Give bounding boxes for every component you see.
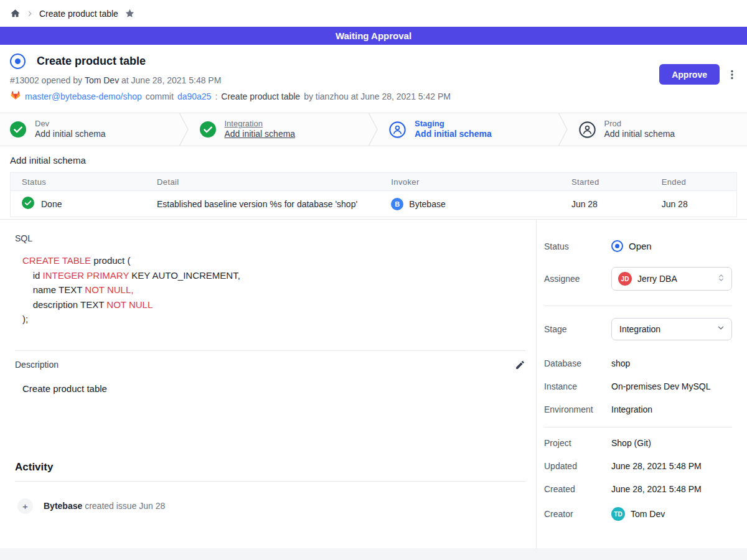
creator-label: Creator <box>544 509 611 519</box>
activity-title: Activity <box>15 461 525 474</box>
creator-avatar: TD <box>611 507 625 521</box>
issue-open-time: at June 28, 2021 5:48 PM <box>121 75 221 85</box>
description-content: Create product table <box>22 383 525 394</box>
assignee-value: Jerry DBA <box>637 274 712 284</box>
stage-separator <box>368 113 379 146</box>
divider <box>544 306 732 306</box>
column-started: Started <box>571 173 662 191</box>
project-value: Shop (Git) <box>611 438 651 448</box>
commit-message: Create product table <box>221 91 300 101</box>
stage-select[interactable]: Integration <box>611 318 732 340</box>
issue-title: Create product table <box>37 55 146 68</box>
creator-value: Tom Dev <box>631 509 665 519</box>
stage-pending-approval-icon <box>389 121 406 138</box>
issue-sidebar: Status Open Assignee JD Jerry DBA Stage … <box>537 220 747 548</box>
breadcrumb: Create product table <box>0 0 747 27</box>
instance-value: On-premises Dev MySQL <box>611 381 710 391</box>
task-section-title: Add initial schema <box>10 155 737 166</box>
task-done-icon <box>22 197 34 211</box>
stage-task-label: Add initial schema <box>604 129 675 140</box>
status-banner: Waiting Approval <box>0 27 747 45</box>
issue-author: Tom Dev <box>85 75 119 85</box>
sidebar-environment-row: Environment Integration <box>544 404 732 414</box>
task-row[interactable]: Done Established baseline version %s for… <box>11 191 737 217</box>
sql-code-block: CREATE TABLE product ( id INTEGER PRIMAR… <box>22 253 525 327</box>
divider <box>15 350 525 351</box>
edit-pencil-icon[interactable] <box>515 360 525 370</box>
commit-line: master@bytebase-demo/shop commit da90a25… <box>10 90 737 103</box>
stage-done-icon <box>200 121 216 138</box>
task-table: Status Detail Invoker Started Ended Done… <box>10 172 737 217</box>
stage-separator <box>558 113 569 146</box>
created-value: June 28, 2021 5:48 PM <box>611 484 702 494</box>
task-table-header: Status Detail Invoker Started Ended <box>11 173 737 191</box>
column-invoker: Invoker <box>391 173 571 191</box>
more-menu-icon[interactable] <box>727 69 737 80</box>
favorite-star-icon[interactable] <box>125 8 135 19</box>
stage-done-icon <box>10 121 26 138</box>
pipeline-stage-integration[interactable]: Integration Add initial schema <box>190 113 369 146</box>
issue-open-icon <box>10 54 26 69</box>
column-status: Status <box>11 173 157 191</box>
sql-label: SQL <box>15 233 525 243</box>
commit-hash-link[interactable]: da90a25 <box>177 91 212 101</box>
updated-label: Updated <box>544 461 611 471</box>
issue-body: SQL CREATE TABLE product ( id INTEGER PR… <box>0 220 537 548</box>
sidebar-instance-row: Instance On-premises Dev MySQL <box>544 381 732 391</box>
colon: : <box>215 91 217 101</box>
stage-label: Stage <box>544 324 611 334</box>
pipeline-stage-prod[interactable]: Prod Add initial schema <box>569 113 747 146</box>
sidebar-stage-row: Stage Integration <box>544 318 732 340</box>
sidebar-database-row: Database shop <box>544 358 732 368</box>
stage-task-link[interactable]: Add initial schema <box>225 129 296 140</box>
bytebase-avatar: B <box>391 198 403 210</box>
divider <box>544 427 732 427</box>
activity-author: Bytebase <box>44 501 82 511</box>
updated-value: June 28, 2021 5:48 PM <box>611 461 702 471</box>
project-label: Project <box>544 438 611 448</box>
stage-env-label: Staging <box>415 119 492 129</box>
branch-link[interactable]: master@bytebase-demo/shop <box>25 91 142 101</box>
pipeline-stage-staging[interactable]: Staging Add initial schema <box>379 113 558 146</box>
task-ended-text: Jun 28 <box>662 191 737 217</box>
task-invoker-text: Bytebase <box>409 199 445 209</box>
stage-env-label: Dev <box>35 119 106 129</box>
breadcrumb-title: Create product table <box>39 9 118 19</box>
stage-env-label: Prod <box>604 119 675 129</box>
activity-item: + Bytebase created issue Jun 28 <box>17 498 525 514</box>
sidebar-project-row: Project Shop (Git) <box>544 438 732 448</box>
stage-value: Integration <box>618 324 711 334</box>
status-value: Open <box>629 241 652 251</box>
created-label: Created <box>544 484 611 494</box>
stage-task-label: Add initial schema <box>35 129 106 140</box>
home-icon[interactable] <box>10 8 21 19</box>
stage-env-link[interactable]: Integration <box>225 119 296 129</box>
sidebar-assignee-row: Assignee JD Jerry DBA <box>544 267 732 291</box>
database-label: Database <box>544 358 611 368</box>
sidebar-status-row: Status Open <box>544 240 732 252</box>
environment-label: Environment <box>544 404 611 414</box>
stage-waiting-icon <box>579 121 596 138</box>
plus-icon: + <box>17 498 33 514</box>
commit-author-time: by tianzhou at June 28, 2021 5:42 PM <box>304 91 451 101</box>
approve-button[interactable]: Approve <box>659 64 720 85</box>
task-section: Add initial schema Status Detail Invoker… <box>0 146 747 219</box>
sidebar-creator-row: Creator TD Tom Dev <box>544 507 732 521</box>
instance-label: Instance <box>544 381 611 391</box>
chevron-right-icon <box>27 8 33 19</box>
open-status-icon <box>611 240 623 252</box>
issue-header: Create product table #13002 opened by To… <box>0 45 747 113</box>
column-ended: Ended <box>662 173 737 191</box>
commit-word: commit <box>146 91 174 101</box>
assignee-label: Assignee <box>544 274 611 284</box>
gitlab-icon <box>10 90 21 103</box>
assignee-avatar: JD <box>618 272 632 286</box>
database-value: shop <box>611 358 630 368</box>
stage-separator <box>179 113 190 146</box>
divider <box>15 481 525 482</box>
pipeline-stage-dev[interactable]: Dev Add initial schema <box>0 113 179 146</box>
updown-chevron-icon <box>717 273 725 285</box>
assignee-select[interactable]: JD Jerry DBA <box>611 267 732 291</box>
task-detail-text: Established baseline version %s for data… <box>157 191 391 217</box>
activity-action: created issue Jun 28 <box>85 501 165 511</box>
